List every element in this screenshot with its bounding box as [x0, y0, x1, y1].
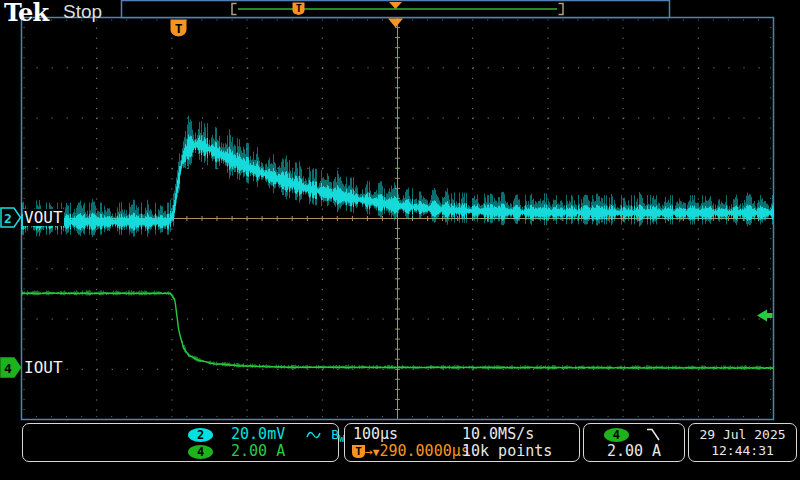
trigger-source-row: 4	[584, 426, 684, 442]
oscilloscope-screen: T T 2 4 Tek Stop VOUT IOUT 2 20.0mV BW	[0, 0, 800, 480]
ch4-ground-marker[interactable]: 4	[1, 358, 21, 377]
channel-readout-box[interactable]: 2 20.0mV BW 4 2.00 A	[22, 423, 339, 462]
record-length-value: 10k points	[462, 443, 552, 459]
trigger-position-marker[interactable]: T	[171, 20, 187, 37]
ch4-trigger-level-arrow[interactable]	[757, 310, 773, 322]
record-view-trigger-glyph: T	[296, 3, 302, 14]
trigger-delay-value: 290.0000µs	[379, 442, 469, 460]
ch4-scale-value: 2.00 A	[231, 442, 285, 460]
ac-coupling-icon	[306, 425, 322, 443]
acquisition-status: Stop	[63, 1, 102, 23]
ch4-readout-row[interactable]: 4 2.00 A	[188, 443, 285, 459]
scope-canvas: T T 2 4	[0, 0, 800, 480]
ch2-marker-number: 2	[4, 211, 12, 226]
record-view-trigger-badge: T	[293, 3, 305, 16]
trigger-delay-t-icon: T	[352, 445, 365, 458]
ch2-waveform-label: VOUT	[23, 209, 64, 226]
expansion-point-marker	[388, 19, 403, 28]
bandwidth-limit-icon: BW	[331, 425, 344, 443]
ch4-readout-badge: 4	[188, 445, 213, 459]
arrow-right-icon: →	[365, 444, 373, 459]
ch4-marker-number: 4	[4, 361, 12, 376]
trigger-position-glyph: T	[175, 21, 183, 36]
falling-edge-icon	[646, 425, 664, 443]
record-view-bar[interactable]: T	[122, 1, 670, 18]
time-value: 12:44:31	[689, 443, 796, 459]
trigger-readout-box[interactable]: 4 2.00 A	[583, 423, 685, 462]
ch2-readout-row[interactable]: 2 20.0mV BW	[188, 426, 345, 442]
timebase-value: 100µs	[353, 426, 398, 442]
datetime-box[interactable]: 29 Jul 2025 12:44:31	[688, 423, 797, 462]
trigger-source-badge: 4	[604, 428, 629, 442]
ch2-readout-badge: 2	[188, 428, 213, 442]
tek-logo: Tek	[4, 0, 48, 27]
ch2-scale-value: 20.0mV	[231, 425, 285, 443]
trigger-delay-readout: T→▼290.0000µs	[352, 443, 470, 459]
ch2-ground-marker[interactable]: 2	[1, 208, 21, 227]
sample-rate-value: 10.0MS/s	[462, 426, 534, 442]
date-value: 29 Jul 2025	[689, 427, 796, 443]
ch4-waveform-label: IOUT	[23, 359, 64, 376]
horizontal-readout-box[interactable]: 100µs 10.0MS/s T→▼290.0000µs 10k points	[344, 423, 580, 462]
trigger-level-value: 2.00 A	[584, 443, 684, 459]
